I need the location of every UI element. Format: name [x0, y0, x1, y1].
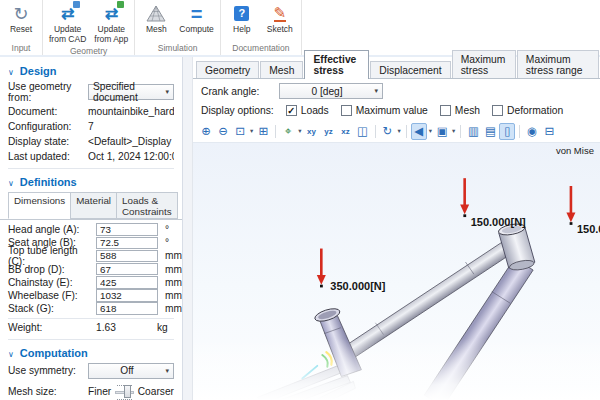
seat-angle-field[interactable] — [96, 237, 158, 250]
load-arrow-350N: 350.000[N] — [317, 249, 386, 292]
chevron-down-icon[interactable]: ▾ — [451, 127, 456, 135]
stack-label: Stack (G): — [8, 303, 96, 314]
show-side-panel-icon[interactable]: ▯ — [499, 123, 515, 140]
unit-label: ° — [158, 224, 182, 235]
load-arrow-150N: 150.000[N] — [460, 178, 526, 228]
view-yz-icon[interactable]: yz — [321, 123, 337, 140]
use-geometry-select[interactable]: Specified document ▾ — [88, 84, 174, 100]
slider-ticks — [117, 399, 132, 400]
chevron-down-icon[interactable]: ▾ — [297, 127, 302, 135]
zoom-box-icon[interactable]: ⊡ — [232, 123, 248, 140]
definitions-section-header[interactable]: ∨ Definitions — [0, 172, 182, 191]
sketch-pencil-icon: ✎ — [274, 3, 287, 24]
wheelbase-field[interactable] — [96, 289, 158, 302]
stack-field[interactable] — [96, 302, 158, 315]
help-button[interactable]: ? Help — [224, 2, 260, 35]
crank-angle-select[interactable]: 0 [deg] ▾ — [279, 83, 383, 99]
unit-label: mm — [158, 264, 182, 275]
mirror-view-icon[interactable]: ◫ — [355, 123, 371, 140]
chevron-down-icon: ▾ — [165, 88, 169, 96]
divider — [275, 125, 276, 138]
tab-loads-constraints[interactable]: Loads & Constraints — [116, 192, 178, 219]
compute-label: Compute — [179, 24, 214, 34]
view-xz-icon[interactable]: xz — [338, 123, 354, 140]
snapshot-icon[interactable]: ◉ — [524, 123, 540, 140]
use-geometry-label: Use geometry from: — [8, 81, 88, 103]
checkbox-loads-label: Loads — [301, 105, 329, 116]
chevron-down-icon: ▾ — [374, 87, 378, 95]
zoom-out-icon[interactable]: ⊖ — [215, 123, 231, 140]
tab-dimensions[interactable]: Dimensions — [8, 192, 71, 219]
go-to-default-view-icon[interactable]: ⌖ — [280, 123, 296, 140]
ribbon-group-label: Simulation — [138, 42, 217, 55]
ribbon-group-geometry: ⇄ Update from CAD ⇄ Update from App Geom… — [43, 0, 135, 55]
reset-button[interactable]: ↻ Reset — [3, 2, 39, 35]
scene-settings-icon[interactable]: ▣ — [434, 123, 450, 140]
head-angle-field[interactable] — [96, 223, 158, 236]
checkbox-loads[interactable]: ✓ Loads — [286, 105, 329, 116]
configuration-value: 7 — [88, 121, 174, 132]
chevron-down-icon[interactable]: ▾ — [428, 127, 433, 135]
checkbox-icon — [440, 105, 451, 116]
mesh-coarser-label: Coarser — [138, 386, 174, 397]
print-icon[interactable]: ⊟ — [541, 123, 557, 140]
checkbox-deformation[interactable]: Deformation — [492, 105, 563, 116]
chainstay-field[interactable] — [96, 276, 158, 289]
tab-maximum-stress-range[interactable]: Maximum stress range — [517, 50, 599, 78]
update-from-app-button[interactable]: ⇄ Update from App — [91, 2, 131, 45]
mesh-button[interactable]: Mesh — [138, 2, 174, 35]
top-tube-length-field[interactable] — [96, 250, 158, 263]
zoom-in-icon[interactable]: ⊕ — [198, 123, 214, 140]
tab-material[interactable]: Material — [70, 192, 117, 219]
use-symmetry-value: Off — [120, 365, 133, 376]
graphics-toolbar: ⊕ ⊖ ⊡ ▾ ⊞ ⌖ ▾ xy yz xz ◫ ↻ ▾ ◀ ▾ ▣ ▾ — [193, 120, 600, 142]
tab-effective-stress[interactable]: Effective stress — [304, 50, 369, 79]
document-value: mountainbike_hardtail.SLDPRT — [88, 106, 174, 117]
mesh-size-label: Mesh size: — [8, 386, 88, 397]
results-tab-bar: Geometry Mesh Effective stress Displacem… — [193, 57, 600, 79]
computation-section-header[interactable]: ∨ Computation — [0, 343, 182, 362]
use-symmetry-label: Use symmetry: — [8, 365, 88, 376]
chevron-down-icon: ▾ — [165, 367, 169, 375]
show-plot-icon[interactable]: ▤ — [482, 123, 498, 140]
slider-thumb[interactable] — [124, 385, 131, 398]
compute-button[interactable]: = Compute — [176, 2, 217, 35]
display-options-label: Display options: — [201, 105, 274, 116]
chevron-down-icon[interactable]: ▾ — [249, 127, 254, 135]
graphics-canvas[interactable]: 350.000[N] 150.000[N] 150.0 — [193, 142, 600, 400]
sketch-button[interactable]: ✎ Sketch — [262, 2, 298, 35]
update-from-cad-label: Update from CAD — [49, 24, 86, 44]
show-color-legend-icon[interactable]: ▥ — [465, 123, 481, 140]
checkbox-maximum-value[interactable]: Maximum value — [341, 105, 428, 116]
unit-label: mm — [158, 303, 182, 314]
zoom-extents-icon[interactable]: ⊞ — [255, 123, 271, 140]
settings-sidebar: ∨ Design Use geometry from: Specified do… — [0, 57, 183, 400]
load-arrow-150N-right: 150.0 — [566, 186, 600, 235]
sidebar-scrollbar[interactable] — [183, 57, 193, 400]
definitions-tabs: Dimensions Material Loads & Constraints — [8, 192, 174, 219]
tab-geometry[interactable]: Geometry — [196, 61, 259, 78]
tab-displacement[interactable]: Displacement — [370, 61, 450, 78]
checkbox-icon — [341, 105, 352, 116]
lighting-icon[interactable]: ◀ — [411, 123, 427, 140]
tab-mesh[interactable]: Mesh — [260, 61, 303, 78]
rotate-view-icon[interactable]: ↻ — [380, 123, 396, 140]
design-section-header[interactable]: ∨ Design — [0, 61, 182, 80]
results-panel: Geometry Mesh Effective stress Displacem… — [193, 57, 600, 400]
update-from-cad-button[interactable]: ⇄ Update from CAD — [46, 2, 89, 45]
weight-value: 1.63 — [96, 322, 150, 333]
use-symmetry-select[interactable]: Off ▾ — [88, 363, 174, 379]
chevron-down-icon[interactable]: ▾ — [397, 127, 402, 135]
ribbon-group-label: Documentation — [224, 42, 298, 55]
checkbox-mesh[interactable]: Mesh — [440, 105, 480, 116]
bb-drop-field[interactable] — [96, 263, 158, 276]
tab-maximum-stress[interactable]: Maximum stress — [452, 50, 516, 78]
sketch-label: Sketch — [267, 24, 293, 34]
crank-angle-label: Crank angle: — [201, 86, 273, 97]
mesh-size-slider[interactable] — [115, 384, 134, 400]
view-xy-icon[interactable]: xy — [304, 123, 320, 140]
last-updated-value: Oct 1, 2024 12:00:00 AM — [88, 151, 174, 162]
use-geometry-value: Specified document — [93, 81, 161, 103]
plot-title-clipped: von Mise — [556, 145, 594, 156]
chevron-down-icon: ∨ — [8, 68, 14, 77]
